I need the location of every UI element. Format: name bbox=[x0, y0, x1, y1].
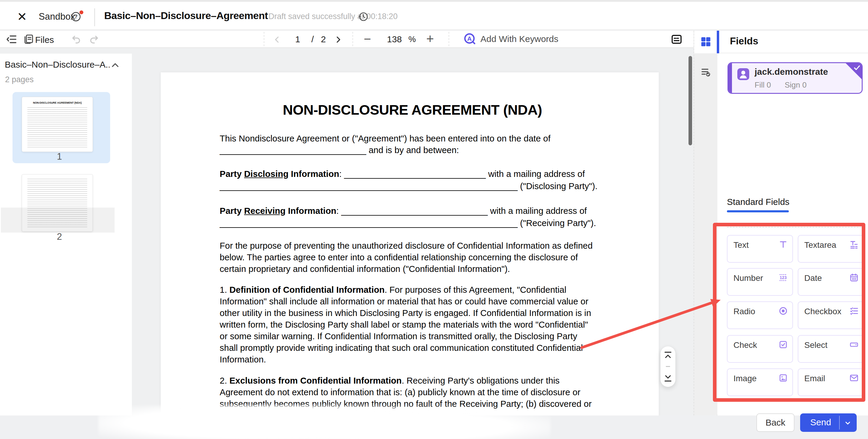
fields-panel-header: Fields bbox=[717, 31, 868, 53]
history-clock-icon[interactable] bbox=[358, 11, 369, 22]
thumbnail-2-number: 2 bbox=[57, 231, 62, 242]
svg-text:A: A bbox=[467, 35, 471, 42]
radio-icon bbox=[778, 306, 788, 316]
panel-rail bbox=[693, 31, 717, 415]
fields-panel: Fields jack.demonstrate Fill 0Sign 0 Sta… bbox=[717, 31, 868, 415]
toolbar-divider bbox=[352, 32, 353, 46]
sign-count: Sign 0 bbox=[785, 80, 807, 89]
section-1-definition: 1. Definition of Confidential Informatio… bbox=[220, 284, 605, 365]
send-button[interactable]: Send bbox=[800, 413, 857, 432]
page-thumbnail-1[interactable]: NON-DISCLOSURE AGREEMENT (NDA) 1 bbox=[12, 92, 110, 163]
send-split-divider bbox=[839, 416, 840, 430]
document-canvas-page-1[interactable]: NON-DISCLOSURE AGREEMENT (NDA) This Nond… bbox=[161, 72, 659, 430]
collapse-chevron-up-icon[interactable] bbox=[110, 60, 120, 70]
fields-grid-icon[interactable] bbox=[700, 36, 712, 48]
svg-text:123: 123 bbox=[780, 275, 787, 280]
add-with-keywords-label: Add With Keywords bbox=[480, 34, 558, 44]
prev-page-icon[interactable] bbox=[272, 35, 282, 45]
tab-active-underline bbox=[727, 210, 789, 212]
add-with-keywords-button[interactable]: A Add With Keywords bbox=[463, 32, 558, 46]
scroll-to-top-icon[interactable] bbox=[663, 351, 673, 361]
recipient-accent-bar bbox=[728, 63, 732, 93]
image-icon bbox=[778, 373, 788, 383]
selected-check-icon bbox=[854, 65, 860, 71]
email-icon bbox=[849, 373, 859, 383]
next-page-icon[interactable] bbox=[333, 35, 343, 45]
field-radio[interactable]: Radio bbox=[727, 301, 793, 329]
svg-text:?: ? bbox=[74, 14, 78, 20]
field-image[interactable]: Image bbox=[727, 369, 793, 396]
help-icon[interactable]: ? bbox=[71, 11, 81, 22]
header-bar: ✕ Sandbox ? Basic–Non–Disclosure–Agreeme… bbox=[0, 2, 868, 30]
active-tab-indicator bbox=[717, 31, 719, 53]
zoom-value[interactable]: 138 bbox=[387, 34, 402, 45]
keywords-a-icon: A bbox=[463, 32, 476, 46]
send-dropdown-icon[interactable] bbox=[843, 418, 852, 428]
document-title: Basic–Non–Disclosure–Agreement bbox=[104, 10, 268, 22]
scroll-pill-divider bbox=[666, 366, 670, 367]
field-select[interactable]: Select bbox=[798, 335, 864, 363]
zoom-percent-sign: % bbox=[408, 34, 416, 44]
close-icon[interactable]: ✕ bbox=[14, 9, 30, 24]
field-textarea[interactable]: Textarea bbox=[798, 235, 864, 263]
nda-title: NON-DISCLOSURE AGREEMENT (NDA) bbox=[202, 101, 623, 118]
field-check[interactable]: Check bbox=[727, 335, 793, 363]
sidebar-doc-name: Basic–Non–Disclosure–A... bbox=[5, 60, 110, 70]
page-number-input[interactable]: 1 bbox=[290, 34, 305, 45]
tab-standard-fields[interactable]: Standard Fields bbox=[727, 197, 789, 207]
redo-icon[interactable] bbox=[89, 34, 99, 45]
header-divider bbox=[94, 8, 95, 26]
thumbnail-text-lines bbox=[27, 107, 87, 148]
thumbnail-doc-heading: NON-DISCLOSURE AGREEMENT (NDA) bbox=[25, 101, 90, 104]
draft-status-text: Draft saved successfully at 00:18:20 bbox=[269, 12, 398, 21]
select-icon bbox=[849, 340, 859, 349]
page-separator: / bbox=[311, 34, 314, 45]
field-checkbox[interactable]: Checkbox bbox=[798, 301, 864, 329]
text-icon bbox=[778, 240, 788, 249]
fields-panel-title: Fields bbox=[730, 35, 758, 47]
check-icon bbox=[778, 340, 788, 349]
notification-dot bbox=[80, 10, 83, 14]
page-total: 2 bbox=[321, 34, 326, 45]
number-icon: 123 bbox=[778, 273, 788, 282]
nda-intro-paragraph: This Nondisclosure Agreement or ("Agreem… bbox=[220, 133, 605, 156]
send-label: Send bbox=[810, 417, 831, 428]
scroll-to-bottom-icon[interactable] bbox=[663, 373, 673, 383]
field-text[interactable]: Text bbox=[727, 235, 793, 263]
recipient-stats: Fill 0Sign 0 bbox=[754, 80, 807, 90]
files-icon[interactable] bbox=[23, 34, 34, 45]
date-icon bbox=[849, 273, 859, 282]
party-disclosing-block: Party Disclosing Information: __________… bbox=[220, 168, 605, 192]
zoom-out-button[interactable]: − bbox=[364, 32, 371, 46]
party-receiving-block: Party Receiving Information: ___________… bbox=[220, 205, 605, 229]
scroll-jump-pill bbox=[660, 346, 675, 387]
footer-cloud-decoration bbox=[98, 405, 551, 439]
field-list-icon[interactable] bbox=[701, 67, 711, 78]
files-label[interactable]: Files bbox=[35, 35, 54, 45]
thumbnail-viewport-indicator bbox=[1, 208, 115, 233]
zoom-in-button[interactable]: + bbox=[426, 31, 434, 46]
app-window: ✕ Sandbox ? Basic–Non–Disclosure–Agreeme… bbox=[0, 0, 868, 439]
field-number[interactable]: Number 123 bbox=[727, 268, 793, 296]
pages-sidebar: Basic–Non–Disclosure–A... 2 pages NON-DI… bbox=[0, 54, 132, 415]
form-fields-panel-icon[interactable] bbox=[670, 33, 683, 46]
fields-dropzone-border bbox=[727, 227, 864, 228]
workspace-label: Sandbox bbox=[39, 11, 75, 22]
back-button[interactable]: Back bbox=[756, 413, 795, 432]
recipient-card[interactable]: jack.demonstrate Fill 0Sign 0 bbox=[727, 62, 863, 94]
recipient-name: jack.demonstrate bbox=[754, 67, 828, 77]
footer-bar: Back Send bbox=[0, 415, 868, 439]
field-email[interactable]: Email bbox=[798, 369, 864, 396]
recipient-avatar bbox=[737, 68, 749, 80]
toolbar-divider bbox=[448, 32, 449, 46]
document-scrollbar[interactable] bbox=[688, 56, 692, 145]
purpose-paragraph: For the purpose of preventing the unauth… bbox=[220, 240, 605, 274]
page-count-label: 2 pages bbox=[5, 75, 34, 84]
fill-count: Fill 0 bbox=[754, 80, 771, 89]
section-2-exclusions: 2. Exclusions from Confidential Informat… bbox=[220, 375, 605, 410]
outline-toggle-icon[interactable] bbox=[6, 34, 17, 45]
toolbar-divider bbox=[264, 32, 264, 46]
field-date[interactable]: Date bbox=[798, 268, 864, 296]
undo-icon[interactable] bbox=[71, 34, 82, 45]
textarea-icon bbox=[849, 240, 859, 249]
